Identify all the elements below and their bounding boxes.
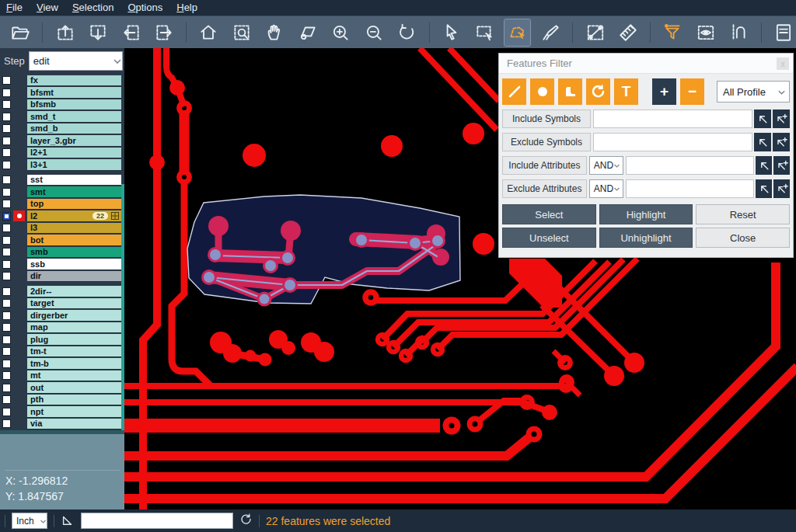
corner-angle-icon[interactable] <box>61 513 75 530</box>
menu-options[interactable]: Options <box>127 0 162 16</box>
layer-visibility-checkbox[interactable] <box>2 188 11 196</box>
layer-visibility-checkbox[interactable] <box>2 299 11 308</box>
layer-name-cell[interactable]: plug <box>27 334 121 346</box>
filter-text-button[interactable]: T <box>614 78 638 105</box>
layer-name-cell[interactable]: l3+1 <box>27 159 121 171</box>
select-polygon-button[interactable] <box>504 19 529 46</box>
layer-row-mt[interactable]: mt <box>0 370 124 382</box>
layer-name-cell[interactable]: sst <box>27 175 121 186</box>
layer-visibility-checkbox[interactable] <box>2 176 11 184</box>
pick-add-symbol-button[interactable] <box>773 110 790 128</box>
layer-row-ssb[interactable]: ssb <box>0 259 124 271</box>
layer-visibility-checkbox[interactable] <box>2 371 11 380</box>
layer-row-pth[interactable]: pth <box>0 394 124 406</box>
layer-row-plug[interactable]: plug <box>0 334 124 346</box>
menu-selection[interactable]: Selection <box>72 0 113 16</box>
layer-visibility-checkbox[interactable] <box>2 336 11 344</box>
layer-visibility-checkbox[interactable] <box>2 161 11 169</box>
layer-name-cell[interactable]: pth <box>27 395 121 406</box>
pick-add-attribute-button[interactable] <box>773 179 790 198</box>
mode-plus-button[interactable]: + <box>652 78 676 105</box>
layer-name-cell[interactable]: npt <box>27 406 121 418</box>
exclude-attributes-input[interactable] <box>626 179 754 198</box>
layer-name-cell[interactable]: l2+1 <box>27 148 121 159</box>
selection-polygon[interactable] <box>187 195 460 305</box>
layer-visibility-checkbox[interactable] <box>2 248 11 256</box>
layer-visibility-checkbox[interactable] <box>2 113 11 121</box>
layer-name-cell[interactable]: bfsmt <box>27 87 121 99</box>
layer-visibility-checkbox[interactable] <box>2 323 11 332</box>
pan-left-button[interactable] <box>118 19 143 46</box>
include-attributes-button[interactable]: Include Attributes <box>502 156 587 175</box>
unselect-button[interactable]: Unselect <box>502 228 596 248</box>
layer-row-bfsmt[interactable]: bfsmt <box>0 87 124 99</box>
layer-visibility-checkbox[interactable] <box>2 419 11 428</box>
layer-visibility-checkbox[interactable] <box>2 384 11 392</box>
layer-visibility-checkbox[interactable] <box>2 76 11 85</box>
layer-row-l2[interactable]: l222 <box>0 210 124 223</box>
zoom-polygon-button[interactable] <box>295 19 320 46</box>
reset-button[interactable]: Reset <box>696 204 790 224</box>
layer-row-smd_b[interactable]: smd_b <box>0 123 124 135</box>
filter-line-button[interactable] <box>502 78 526 105</box>
layer-row-2dir--[interactable]: 2dir-- <box>0 286 124 298</box>
pick-attribute-button[interactable] <box>756 179 772 198</box>
select-rectangle-button[interactable] <box>472 19 497 46</box>
refresh-icon[interactable] <box>239 513 253 529</box>
profile-select[interactable]: All Profile <box>717 81 790 103</box>
layer-name-cell[interactable]: dirgerber <box>27 310 121 322</box>
mode-minus-button[interactable]: − <box>680 78 704 105</box>
layer-visibility-checkbox[interactable] <box>2 272 11 280</box>
exclude-attributes-button[interactable]: Exclude Attributes <box>502 179 587 198</box>
measure-distance-button[interactable] <box>582 19 607 46</box>
layer-name-cell[interactable]: l222 <box>27 210 121 222</box>
command-input[interactable] <box>81 513 233 529</box>
layer-row-via[interactable]: via <box>0 418 124 430</box>
filter-pad-button[interactable] <box>530 78 554 105</box>
layer-name-cell[interactable]: target <box>27 298 121 310</box>
layer-row-l3+1[interactable]: l3+1 <box>0 159 124 172</box>
layer-row-top[interactable]: top <box>0 198 124 210</box>
zoom-in-button[interactable] <box>328 19 353 46</box>
layer-name-cell[interactable]: out <box>27 382 121 394</box>
layer-row-dir[interactable]: dir <box>0 270 124 283</box>
layer-name-cell[interactable]: ssb <box>27 259 121 270</box>
menu-file[interactable]: File <box>6 0 23 16</box>
close-button[interactable]: Close <box>696 228 790 248</box>
pick-attribute-button[interactable] <box>756 156 772 175</box>
layer-row-sst[interactable]: sst <box>0 174 124 186</box>
zoom-out-button[interactable] <box>361 19 386 46</box>
layer-visibility-checkbox[interactable] <box>2 224 11 232</box>
pick-add-attribute-button[interactable] <box>773 156 790 175</box>
layer-row-bfsmb[interactable]: bfsmb <box>0 99 124 111</box>
layer-name-cell[interactable]: via <box>27 419 121 430</box>
zoom-previous-button[interactable] <box>394 19 419 46</box>
layer-visibility-checkbox[interactable] <box>2 212 11 221</box>
pick-symbol-button[interactable] <box>754 110 771 128</box>
layer-row-l3[interactable]: l3 <box>0 222 124 235</box>
filter-surface-button[interactable] <box>558 78 582 105</box>
layer-row-smt[interactable]: smt <box>0 186 124 199</box>
layer-name-cell[interactable]: mt <box>27 370 121 382</box>
layer-name-cell[interactable]: smd_t <box>27 111 121 123</box>
layer-name-cell[interactable]: l3 <box>27 223 121 235</box>
layer-name-cell[interactable]: smt <box>27 186 121 198</box>
step-select[interactable]: edit <box>29 51 123 71</box>
view-features-button[interactable] <box>693 19 718 46</box>
pick-add-symbol-button[interactable] <box>773 133 790 151</box>
pcb-canvas[interactable]: Features Filter x T + − All Profile <box>124 48 796 509</box>
feature-form-button[interactable] <box>771 19 796 46</box>
layer-row-fx[interactable]: fx <box>0 75 124 87</box>
exclude-symbols-input[interactable] <box>593 133 752 151</box>
highlight-button[interactable]: Highlight <box>599 204 693 224</box>
home-view-button[interactable] <box>196 19 221 46</box>
snap-button[interactable] <box>726 19 751 46</box>
exclude-attributes-and-select[interactable]: AND <box>589 179 623 198</box>
select-button[interactable]: Select <box>502 204 596 224</box>
layer-name-cell[interactable]: dir <box>27 271 121 283</box>
unit-select[interactable]: Inch <box>12 513 47 529</box>
layer-visibility-checkbox[interactable] <box>2 124 11 133</box>
layer-visibility-checkbox[interactable] <box>2 347 11 356</box>
layer-row-dirgerber[interactable]: dirgerber <box>0 310 124 322</box>
layer-visibility-checkbox[interactable] <box>2 100 11 109</box>
